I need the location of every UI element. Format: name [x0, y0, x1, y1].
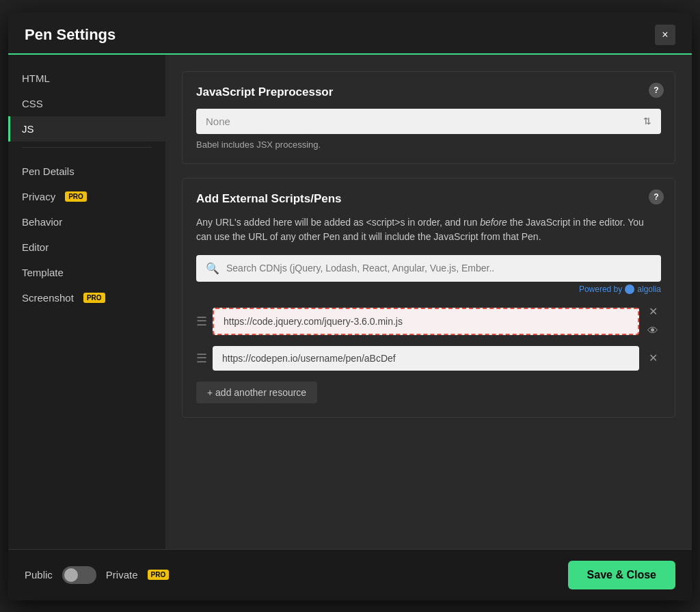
- visibility-group: Public Private PRO: [25, 566, 169, 584]
- pro-badge-privacy: PRO: [65, 191, 87, 202]
- external-scripts-help-icon[interactable]: ?: [649, 189, 664, 204]
- algolia-credit: Powered by algolia: [196, 284, 661, 294]
- sidebar-item-template[interactable]: Template: [8, 260, 165, 285]
- public-label: Public: [25, 569, 53, 581]
- sidebar-item-html[interactable]: HTML: [8, 66, 165, 91]
- remove-resource-button-1[interactable]: ✕: [645, 304, 661, 320]
- toggle-track: [62, 566, 96, 584]
- js-preprocessor-title: JavaScript Preprocessor: [196, 85, 661, 99]
- preprocessor-hint: Babel includes JSX processing.: [196, 139, 661, 150]
- visibility-toggle[interactable]: [62, 566, 96, 584]
- close-button[interactable]: ×: [655, 25, 675, 45]
- main-content: JavaScript Preprocessor ? None Babel Typ…: [165, 55, 692, 549]
- modal-body: HTML CSS JS Pen Details Privacy PRO: [8, 55, 692, 549]
- resource-row-2: ☰ ✕: [196, 346, 661, 371]
- resource-actions-1: ✕ 👁: [645, 304, 661, 339]
- private-label: Private: [106, 569, 138, 581]
- resource-actions-2: ✕: [645, 350, 661, 367]
- preprocessor-select-wrapper: None Babel TypeScript ⇅: [196, 109, 661, 134]
- modal-header: Pen Settings ×: [8, 12, 692, 55]
- sidebar-item-screenshot[interactable]: Screenshot PRO: [8, 285, 165, 310]
- sidebar-item-pen-details[interactable]: Pen Details: [8, 159, 165, 184]
- search-wrapper: 🔍: [196, 255, 661, 282]
- drag-handle-icon-2[interactable]: ☰: [196, 351, 207, 366]
- external-scripts-title: Add External Scripts/Pens: [196, 192, 661, 206]
- resource-row-1: ☰ ✕ 👁: [196, 304, 661, 339]
- external-scripts-description: Any URL's added here will be added as <s…: [196, 215, 661, 244]
- before-emphasis: before: [480, 217, 507, 228]
- modal-title: Pen Settings: [25, 26, 116, 44]
- search-input[interactable]: [226, 263, 651, 274]
- preprocessor-help-icon[interactable]: ?: [649, 83, 664, 98]
- js-preprocessor-section: JavaScript Preprocessor ? None Babel Typ…: [182, 71, 675, 164]
- toggle-thumb: [64, 568, 78, 582]
- sidebar-item-css[interactable]: CSS: [8, 91, 165, 116]
- sidebar-item-privacy[interactable]: Privacy PRO: [8, 184, 165, 209]
- search-icon: 🔍: [206, 262, 219, 275]
- algolia-brand: algolia: [637, 284, 661, 294]
- save-close-button[interactable]: Save & Close: [568, 561, 675, 589]
- add-another-resource-button[interactable]: + add another resource: [196, 382, 317, 403]
- modal-footer: Public Private PRO Save & Close: [8, 549, 692, 600]
- external-scripts-section: Add External Scripts/Pens ? Any URL's ad…: [182, 178, 675, 418]
- sidebar-item-js[interactable]: JS: [8, 116, 165, 142]
- algolia-logo-icon: [625, 284, 634, 294]
- sidebar-item-editor[interactable]: Editor: [8, 235, 165, 260]
- drag-handle-icon-1[interactable]: ☰: [196, 314, 207, 329]
- resource-input-1[interactable]: [213, 308, 639, 335]
- pro-badge-screenshot: PRO: [83, 293, 105, 303]
- eye-resource-button-1[interactable]: 👁: [645, 323, 661, 339]
- resource-input-2[interactable]: [213, 346, 639, 371]
- remove-resource-button-2[interactable]: ✕: [645, 350, 661, 367]
- sidebar: HTML CSS JS Pen Details Privacy PRO: [8, 55, 165, 549]
- sidebar-item-behavior[interactable]: Behavior: [8, 209, 165, 235]
- algolia-powered-text: Powered by: [579, 284, 622, 294]
- preprocessor-select[interactable]: None Babel TypeScript: [196, 109, 661, 134]
- pro-badge-private: PRO: [148, 570, 170, 580]
- sidebar-divider: [22, 147, 152, 148]
